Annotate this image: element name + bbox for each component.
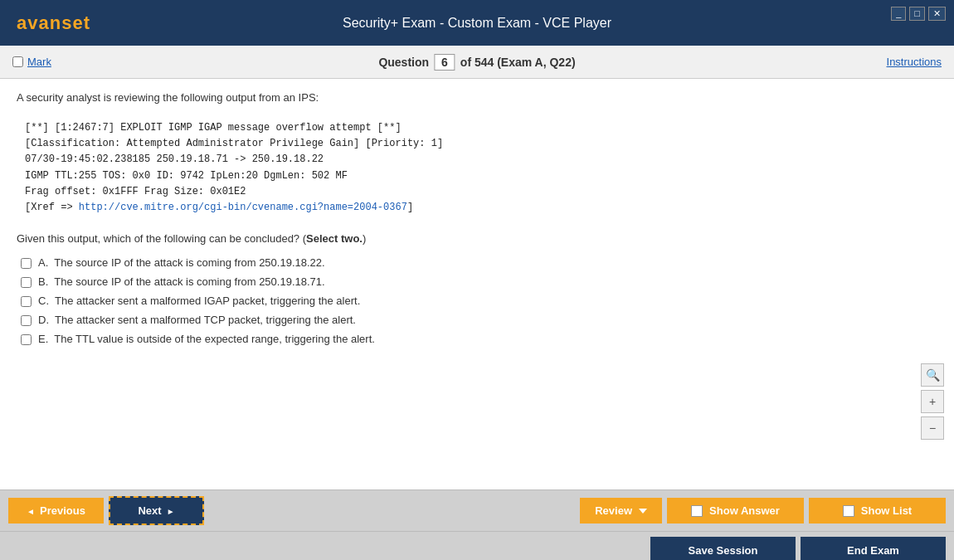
window-controls[interactable]: _ □ ✕ [891, 7, 946, 21]
option-a: A. The source IP of the attack is coming… [21, 256, 937, 269]
question-info: Question 6 of 544 (Exam A, Q22) [378, 54, 575, 71]
code-line-3: 07/30-19:45:02.238185 250.19.18.71 -> 25… [25, 152, 929, 168]
option-e: E. The TTL value is outside of the expec… [21, 333, 937, 345]
select-instruction: Given this output, which of the followin… [17, 232, 937, 245]
code-xref-suffix: ] [407, 202, 413, 213]
search-icon-button[interactable]: 🔍 [921, 363, 944, 387]
zoom-in-button[interactable]: + [921, 390, 944, 413]
prev-arrow-icon [27, 504, 35, 517]
code-block: [**] [1:2467:7] EXPLOIT IGMP IGAP messag… [17, 114, 937, 222]
sidebar-icons: 🔍 + − [921, 363, 944, 440]
review-button[interactable]: Review [580, 498, 662, 523]
mark-checkbox[interactable]: Mark [12, 56, 51, 68]
show-list-checkbox-icon [843, 505, 854, 517]
save-end-row: Save Session End Exam [0, 531, 954, 560]
logo-text: avanset [17, 12, 90, 33]
option-d-label[interactable]: D. The attacker sent a malformed TCP pac… [38, 314, 356, 326]
answer-options: A. The source IP of the attack is coming… [21, 256, 937, 345]
code-line-4: IGMP TTL:255 TOS: 0x0 ID: 9742 IpLen:20 … [25, 168, 929, 184]
next-label: Next [138, 504, 161, 517]
end-exam-button[interactable]: End Exam [801, 537, 946, 561]
save-session-button[interactable]: Save Session [650, 537, 796, 561]
option-e-label[interactable]: E. The TTL value is outside of the expec… [38, 333, 375, 345]
review-label: Review [595, 504, 632, 517]
option-b-checkbox[interactable] [21, 277, 32, 288]
minimize-button[interactable]: _ [891, 7, 906, 21]
option-c-checkbox[interactable] [21, 296, 32, 307]
show-answer-label: Show Answer [709, 504, 780, 517]
next-arrow-icon [167, 504, 175, 517]
option-c: C. The attacker sent a malformed IGAP pa… [21, 295, 937, 307]
code-line-1: [**] [1:2467:7] EXPLOIT IGMP IGAP messag… [25, 120, 929, 136]
code-xref-prefix: [Xref => [25, 202, 79, 213]
show-answer-button[interactable]: Show Answer [667, 498, 804, 523]
code-line-2: [Classification: Attempted Administrator… [25, 136, 929, 152]
code-line-5: Frag offset: 0x1FFF Frag Size: 0x01E2 [25, 184, 929, 200]
option-a-label[interactable]: A. The source IP of the attack is coming… [38, 256, 325, 269]
app-logo: avanset [17, 12, 90, 34]
show-answer-checkbox-icon [691, 505, 703, 517]
title-bar: avanset Security+ Exam - Custom Exam - V… [0, 0, 954, 46]
question-label: Question [378, 56, 429, 69]
show-list-button[interactable]: Show List [809, 498, 946, 523]
close-button[interactable]: ✕ [928, 7, 946, 21]
review-dropdown-icon [639, 509, 647, 514]
question-total: of 544 (Exam A, Q22) [460, 56, 576, 69]
mark-label[interactable]: Mark [27, 56, 51, 68]
window-title: Security+ Exam - Custom Exam - VCE Playe… [343, 16, 611, 31]
option-c-label[interactable]: C. The attacker sent a malformed IGAP pa… [38, 295, 360, 307]
option-e-checkbox[interactable] [21, 334, 32, 345]
previous-label: Previous [40, 504, 85, 517]
select-bold: Select two. [306, 232, 363, 245]
show-list-label: Show List [861, 504, 912, 517]
header-bar: Mark Question 6 of 544 (Exam A, Q22) Ins… [0, 46, 954, 79]
code-line-6: [Xref => http://cve.mitre.org/cgi-bin/cv… [25, 200, 929, 216]
next-button[interactable]: Next [109, 496, 204, 525]
zoom-out-button[interactable]: − [921, 416, 944, 440]
option-b: B. The source IP of the attack is coming… [21, 275, 937, 288]
question-intro: A security analyst is reviewing the foll… [17, 91, 937, 104]
option-d: D. The attacker sent a malformed TCP pac… [21, 314, 937, 326]
code-xref-link[interactable]: http://cve.mitre.org/cgi-bin/cvename.cgi… [79, 202, 407, 213]
instructions-link[interactable]: Instructions [887, 56, 942, 68]
previous-button[interactable]: Previous [8, 498, 104, 523]
mark-check-input[interactable] [12, 56, 23, 67]
main-content: A security analyst is reviewing the foll… [0, 79, 954, 489]
option-b-label[interactable]: B. The source IP of the attack is coming… [38, 275, 325, 288]
option-d-checkbox[interactable] [21, 315, 32, 326]
option-a-checkbox[interactable] [21, 258, 32, 269]
bottom-navigation: Previous Next Review Show Answer Show Li… [0, 489, 954, 531]
question-number-box: 6 [434, 54, 455, 71]
maximize-button[interactable]: □ [909, 7, 925, 21]
